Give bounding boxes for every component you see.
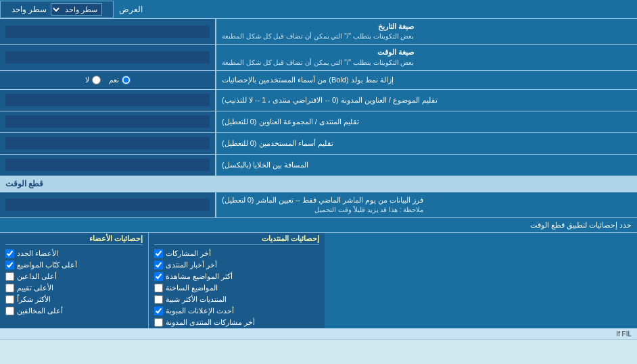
users-trim-row: تقليم أسماء المستخدمين (0 للتعطيل) 0 — [0, 133, 637, 155]
header-row: العرض سطر واحد سطرين ثلاثة أسطر سطر واحد — [0, 0, 637, 19]
date-format-row: صيغة التاريخ بعض التكوينات يتطلب "/" الت… — [0, 19, 637, 45]
cb-item: الأكثر شكراً — [5, 295, 143, 304]
cutoff-section-title: قطع الوقت — [5, 179, 43, 188]
bottom-note: If FIL — [0, 329, 637, 340]
col2-header: إحصائيات الأعضاء — [5, 234, 143, 245]
cb-most-similar[interactable] — [154, 295, 163, 304]
cb-item: المواضيع الساخنة — [154, 284, 319, 292]
cb-item: أحدث الإعلانات المبوبة — [154, 307, 319, 315]
bold-radio-row: إزالة نمط بولد (Bold) من أسماء المستخدمي… — [0, 71, 637, 90]
cb-forum-news[interactable] — [154, 261, 163, 269]
radio-yes[interactable] — [122, 76, 131, 84]
cutoff-section-header: قطع الوقت — [0, 176, 637, 192]
cb-item: المنتديات الأكثر شبية — [154, 295, 319, 304]
cb-most-viewed[interactable] — [154, 272, 163, 281]
bold-radio-label: إزالة نمط بولد (Bold) من أسماء المستخدمي… — [216, 71, 637, 89]
time-format-label: صيغة الوقت بعض التكوينات يتطلب "/" التي … — [216, 45, 637, 70]
cb-top-callers[interactable] — [5, 272, 14, 281]
date-format-label: صيغة التاريخ بعض التكوينات يتطلب "/" الت… — [216, 19, 637, 44]
checkbox-col-members: إحصائيات الأعضاء الأعضاء الجدد أعلى كتّا… — [0, 233, 149, 328]
عرض-label: العرض — [119, 5, 143, 14]
cb-top-writers[interactable] — [5, 261, 14, 269]
radio-no[interactable] — [92, 76, 101, 84]
col1-header: إحصائيات المنتديات — [154, 234, 319, 245]
forum-trim-label: تقليم المنتدى / المجموعة العناوين (0 للت… — [216, 111, 637, 132]
forum-trim-input[interactable]: 33 — [5, 115, 210, 128]
main-container: العرض سطر واحد سطرين ثلاثة أسطر سطر واحد… — [0, 0, 637, 340]
time-format-row: صيغة الوقت بعض التكوينات يتطلب "/" التي … — [0, 45, 637, 70]
cb-item: أكثر المواضيع مشاهدة — [154, 272, 319, 281]
cutoff-input-wrapper: 0 — [0, 192, 216, 217]
date-format-input[interactable]: d-m — [5, 26, 210, 38]
radio-yes-label[interactable]: نعم — [109, 76, 131, 84]
topics-trim-row: تقليم الموضوع / العناوين المدونة (0 -- ا… — [0, 90, 637, 111]
cutoff-row: فرز البيانات من يوم الماشر الماضي فقط --… — [0, 192, 637, 218]
users-trim-label: تقليم أسماء المستخدمين (0 للتعطيل) — [216, 133, 637, 154]
cb-highest-rated[interactable] — [5, 284, 14, 292]
cb-item: أخر أخبار المنتدى — [154, 261, 319, 269]
checkbox-col-forums: إحصائيات المنتديات أخر المشاركات أخر أخب… — [149, 233, 325, 328]
stats-label-row: حدد إحصائيات لتطبيق قطع الوقت — [0, 218, 637, 233]
display-mode-select[interactable]: سطر واحد سطرين ثلاثة أسطر — [51, 3, 102, 16]
cb-most-thanks[interactable] — [5, 295, 14, 304]
date-format-input-wrapper: d-m — [0, 19, 216, 44]
time-format-input[interactable]: H:i — [5, 51, 210, 63]
bottom-note-text: If FIL — [616, 330, 632, 338]
checkboxes-section: إحصائيات المنتديات أخر المشاركات أخر أخب… — [0, 233, 637, 329]
cb-hot-topics[interactable] — [154, 284, 163, 292]
topics-trim-input-wrapper: 33 — [0, 90, 216, 111]
display-mode-label: سطر واحد — [11, 5, 47, 14]
stats-spacer — [325, 233, 637, 328]
topics-trim-label: تقليم الموضوع / العناوين المدونة (0 -- ا… — [216, 90, 637, 111]
forum-trim-row: تقليم المنتدى / المجموعة العناوين (0 للت… — [0, 111, 637, 133]
cb-latest-ads[interactable] — [154, 307, 163, 315]
cb-item: أعلى الداعين — [5, 272, 143, 281]
users-trim-input[interactable]: 0 — [5, 137, 210, 149]
cb-item: أخر مشاركات المنتدى المدونة — [154, 318, 319, 327]
cb-item: أعلى كتّاب المواضيع — [5, 261, 143, 269]
display-mode-box: سطر واحد سطرين ثلاثة أسطر سطر واحد — [0, 1, 114, 18]
cb-forum-blog-posts[interactable] — [154, 318, 163, 327]
cb-item: أعلى المخالفين — [5, 307, 143, 315]
topics-trim-input[interactable]: 33 — [5, 94, 210, 106]
cell-padding-input[interactable]: 2 — [5, 159, 210, 171]
cutoff-input[interactable]: 0 — [5, 199, 210, 211]
radio-no-label[interactable]: لا — [85, 76, 101, 84]
cb-item: الأعلى تقييم — [5, 284, 143, 292]
cell-padding-label: المسافة بين الخلايا (بالبكسل) — [216, 155, 637, 176]
stats-label-text: حدد إحصائيات لتطبيق قطع الوقت — [530, 221, 632, 229]
cutoff-label: فرز البيانات من يوم الماشر الماضي فقط --… — [216, 192, 637, 217]
bold-radio-options: نعم لا — [0, 71, 216, 89]
cb-item: أخر المشاركات — [154, 249, 319, 258]
time-format-input-wrapper: H:i — [0, 45, 216, 70]
cb-latest-posts[interactable] — [154, 249, 163, 258]
forum-trim-input-wrapper: 33 — [0, 111, 216, 132]
cb-item: الأعضاء الجدد — [5, 249, 143, 258]
users-trim-input-wrapper: 0 — [0, 133, 216, 154]
cell-padding-input-wrapper: 2 — [0, 155, 216, 176]
cb-new-members[interactable] — [5, 249, 14, 258]
cell-padding-row: المسافة بين الخلايا (بالبكسل) 2 — [0, 155, 637, 176]
cb-top-violators[interactable] — [5, 307, 14, 315]
